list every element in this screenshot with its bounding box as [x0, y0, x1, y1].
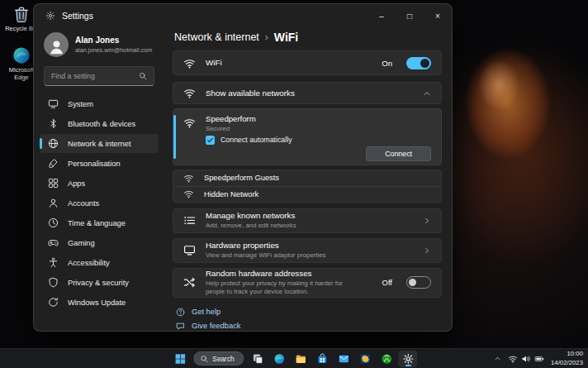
network-speedperform-guests-row[interactable]: Speedperform Guests [173, 170, 441, 186]
show-networks-label: Show available networks [206, 88, 295, 98]
sidebar-item-gaming[interactable]: Gaming [40, 233, 159, 252]
taskbar-file-explorer-button[interactable] [292, 351, 311, 367]
manage-known-networks-card[interactable]: Manage known networks Add, remove, and e… [173, 208, 442, 233]
sidebar-item-label: Time & language [68, 219, 126, 227]
start-button[interactable] [170, 351, 189, 367]
give-feedback-link[interactable]: Give feedback [176, 322, 442, 331]
user-name: Alan Jones [75, 36, 152, 46]
sidebar-item-accounts[interactable]: Accounts [40, 194, 159, 213]
hardware-properties-card[interactable]: Hardware properties View and manage WiFi… [173, 238, 442, 263]
network-speedperform-card[interactable]: Speedperform Secured Connect automatical… [173, 108, 442, 165]
wifi-icon [183, 57, 196, 69]
titlebar: Settings – □ × [34, 4, 452, 27]
breadcrumb-parent[interactable]: Network & internet [174, 31, 259, 43]
user-profile[interactable]: Alan Jones alan.jones.wm@hotmail.com [40, 29, 159, 57]
hardware-properties-subtitle: View and manage WiFi adaptor properties [206, 251, 325, 260]
gamepad-icon [48, 237, 59, 248]
connect-automatically-checkbox[interactable] [206, 136, 215, 145]
bluetooth-icon [48, 118, 59, 129]
taskbar-xbox-button[interactable] [377, 351, 396, 367]
tray-chevron-up-icon[interactable] [494, 355, 501, 362]
taskbar-settings-button[interactable] [399, 351, 418, 367]
tray-volume-icon [521, 354, 531, 364]
monitor-icon [183, 244, 196, 256]
taskbar: Search [0, 348, 588, 368]
window-title: Settings [62, 11, 93, 21]
sidebar-item-label: Windows Update [68, 299, 126, 307]
taskbar-search[interactable]: Search [193, 351, 244, 366]
xbox-icon [381, 353, 392, 365]
breadcrumb-separator: › [265, 31, 268, 43]
list-icon [183, 214, 196, 227]
sidebar-item-label: Accounts [68, 199, 99, 208]
network-security: Secured [206, 125, 256, 132]
wifi-icon [183, 117, 196, 129]
sidebar-item-system[interactable]: System [40, 94, 159, 113]
close-button[interactable]: × [424, 4, 452, 27]
hardware-properties-title: Hardware properties [206, 241, 325, 251]
network-name: Hidden Network [204, 190, 258, 198]
sidebar-item-label: Gaming [68, 239, 95, 247]
store-bag-icon [316, 353, 328, 365]
network-hidden-network-row[interactable]: Hidden Network [173, 186, 441, 202]
random-hw-subtitle: Help protect your privacy by making it h… [206, 280, 363, 296]
sidebar-item-time-language[interactable]: Time & language [40, 213, 159, 232]
random-hw-toggle[interactable] [406, 276, 431, 289]
get-help-link[interactable]: Get help [176, 308, 442, 317]
taskbar-store-button[interactable] [313, 351, 332, 367]
get-help-label: Get help [192, 308, 220, 316]
sidebar-item-label: Privacy & security [68, 279, 129, 287]
sidebar-item-network-internet[interactable]: Network & internet [40, 134, 159, 153]
show-available-networks-expander[interactable]: Show available networks [173, 82, 442, 104]
sidebar-item-privacy-security[interactable]: Privacy & security [40, 273, 159, 292]
sidebar-item-label: System [68, 100, 93, 108]
person-icon [48, 198, 59, 208]
recycle-bin-icon [12, 5, 31, 23]
wifi-toggle[interactable] [406, 57, 431, 69]
search-input[interactable] [51, 72, 134, 80]
photos-icon [359, 353, 371, 365]
taskbar-clock[interactable]: 10:00 14/02/2023 [551, 350, 586, 366]
sidebar-item-apps[interactable]: Apps [40, 174, 159, 193]
give-feedback-label: Give feedback [192, 322, 240, 330]
other-networks-card: Speedperform Guests Hidden Network [173, 170, 442, 203]
taskbar-photos-button[interactable] [356, 351, 375, 367]
taskbar-edge-button[interactable] [270, 351, 289, 367]
accessibility-person-icon [48, 257, 59, 268]
globe-icon [48, 138, 59, 149]
page-title: WiFi [274, 31, 298, 44]
random-hw-title: Random hardware addresses [206, 269, 363, 279]
sidebar-item-label: Personalisation [68, 160, 121, 168]
tray-system-icons[interactable] [508, 354, 544, 364]
sidebar-item-personalisation[interactable]: Personalisation [40, 154, 159, 173]
maximize-button[interactable]: □ [396, 4, 424, 27]
page-footer: Get help Give feedback [176, 308, 442, 331]
clock-date: 14/02/2023 [551, 359, 583, 367]
avatar [44, 32, 69, 57]
taskbar-mail-button[interactable] [334, 351, 353, 367]
windows-start-icon [174, 353, 186, 365]
connect-button[interactable]: Connect [366, 146, 431, 161]
minimize-button[interactable]: – [368, 4, 396, 27]
sidebar-item-label: Bluetooth & devices [68, 120, 135, 128]
sidebar-item-bluetooth-devices[interactable]: Bluetooth & devices [40, 114, 159, 133]
settings-window: Settings – □ × Alan Jones alan.jones.wm@… [33, 3, 453, 332]
connect-automatically-label: Connect automatically [220, 136, 292, 144]
selection-accent-bar [173, 115, 176, 159]
settings-gear-icon [45, 11, 55, 21]
chevron-right-icon [423, 246, 431, 255]
sidebar-item-label: Network & internet [68, 140, 130, 148]
network-name: Speedperform Guests [204, 174, 279, 182]
shield-icon [48, 277, 59, 288]
window-controls: – □ × [368, 4, 452, 27]
sidebar-item-windows-update[interactable]: Windows Update [40, 293, 159, 312]
network-name: Speedperform [206, 114, 256, 124]
search-icon [200, 355, 208, 363]
sidebar: Alan Jones alan.jones.wm@hotmail.com Sys… [34, 27, 164, 331]
settings-search-box[interactable] [44, 66, 154, 86]
wifi-state-label: On [382, 59, 392, 68]
taskbar-task-view-button[interactable] [249, 351, 268, 367]
wifi-icon [183, 173, 194, 184]
breadcrumb: Network & internet › WiFi [174, 31, 442, 44]
sidebar-item-accessibility[interactable]: Accessibility [40, 253, 159, 272]
